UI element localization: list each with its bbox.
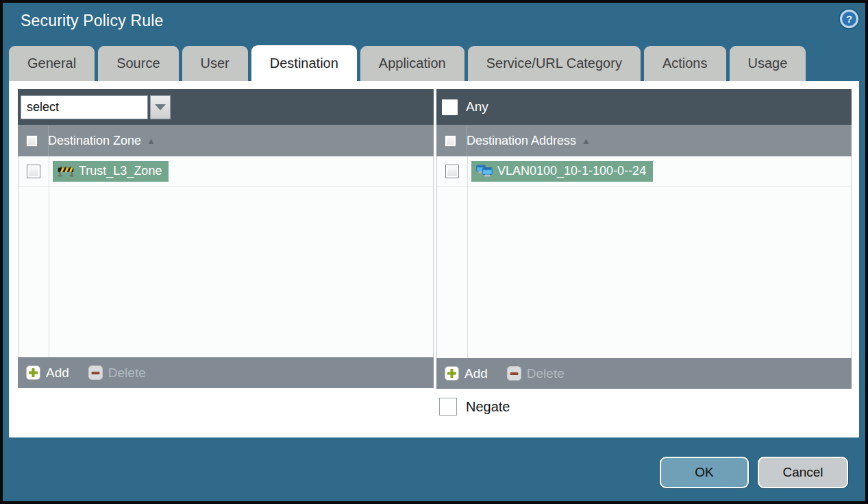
- tab-actions[interactable]: Actions: [644, 46, 726, 81]
- address-delete-label: Delete: [527, 366, 565, 381]
- address-add-button[interactable]: Add: [445, 366, 488, 381]
- zone-toolbar: [18, 89, 434, 125]
- dialog-title: Security Policy Rule: [21, 12, 164, 30]
- zone-add-label: Add: [46, 365, 69, 381]
- plus-icon: [445, 366, 459, 381]
- tab-usage[interactable]: Usage: [730, 46, 806, 81]
- minus-icon: [507, 366, 521, 381]
- address-row[interactable]: VLAN0100_10-1-100-0--24: [437, 156, 851, 187]
- negate-option: Negate: [439, 398, 510, 416]
- zone-delete-button[interactable]: Delete: [88, 365, 146, 381]
- address-add-label: Add: [464, 366, 488, 381]
- zone-row-checkbox[interactable]: [27, 165, 40, 178]
- help-icon[interactable]: ?: [840, 10, 858, 28]
- zone-select-dropdown-button[interactable]: [150, 95, 171, 119]
- minus-icon: [88, 365, 103, 380]
- negate-checkbox[interactable]: [439, 398, 457, 416]
- address-toolbar: Any: [436, 89, 852, 125]
- destination-address-panel: Any Destination Address ▲: [436, 89, 852, 389]
- tab-bar: General Source User Destination Applicat…: [9, 45, 859, 81]
- zone-add-button[interactable]: Add: [26, 365, 69, 381]
- negate-label: Negate: [466, 399, 510, 415]
- destination-tab-content: Destination Zone ▲: [9, 81, 859, 437]
- address-tag: VLAN0100_10-1-100-0--24: [471, 161, 653, 182]
- zone-grid-body: Trust_L3_Zone: [18, 156, 434, 357]
- zone-delete-label: Delete: [108, 365, 146, 381]
- zone-row[interactable]: Trust_L3_Zone: [18, 156, 433, 187]
- chevron-down-icon: [155, 104, 166, 110]
- address-name: VLAN0100_10-1-100-0--24: [497, 164, 646, 178]
- zone-select-input[interactable]: [21, 95, 148, 119]
- zone-name: Trust_L3_Zone: [79, 164, 162, 178]
- address-select-all-checkbox[interactable]: [445, 135, 456, 147]
- tab-source[interactable]: Source: [98, 46, 178, 81]
- address-row-checkbox[interactable]: [445, 165, 459, 178]
- address-icon: [476, 165, 493, 178]
- security-policy-rule-dialog: Security Policy Rule ? General Source Us…: [0, 0, 868, 504]
- address-column-header[interactable]: Destination Address: [467, 134, 576, 148]
- zone-select-combo: [21, 95, 171, 119]
- address-grid-body: VLAN0100_10-1-100-0--24: [436, 156, 852, 358]
- sort-ascending-icon: ▲: [147, 136, 156, 146]
- zone-footer-bar: Add Delete: [18, 357, 434, 388]
- zone-grid-header: Destination Zone ▲: [18, 125, 434, 156]
- any-checkbox[interactable]: [442, 99, 458, 115]
- zone-select-all-checkbox[interactable]: [26, 135, 38, 147]
- zone-icon: [58, 165, 74, 177]
- zone-tag: Trust_L3_Zone: [53, 161, 169, 182]
- tab-general[interactable]: General: [9, 46, 95, 81]
- sort-ascending-icon: ▲: [582, 136, 591, 146]
- cancel-button[interactable]: Cancel: [758, 457, 848, 488]
- plus-icon: [26, 365, 40, 380]
- tab-service-url-category[interactable]: Service/URL Category: [468, 46, 641, 81]
- ok-button[interactable]: OK: [660, 457, 749, 488]
- help-glyph: ?: [846, 13, 852, 25]
- address-grid-header: Destination Address ▲: [436, 125, 852, 156]
- zone-column-header[interactable]: Destination Zone: [48, 134, 141, 148]
- tab-application[interactable]: Application: [360, 46, 464, 81]
- address-footer-bar: Add Delete: [436, 358, 852, 389]
- destination-zone-panel: Destination Zone ▲: [18, 89, 434, 388]
- address-delete-button[interactable]: Delete: [507, 366, 565, 381]
- tab-user[interactable]: User: [182, 46, 248, 81]
- tab-destination[interactable]: Destination: [251, 45, 357, 81]
- any-label: Any: [466, 99, 488, 115]
